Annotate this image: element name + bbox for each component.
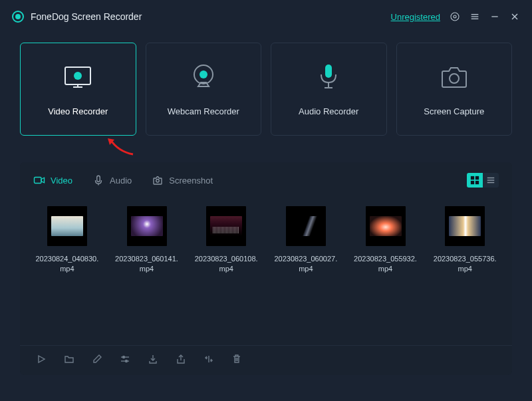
sliders-icon[interactable] xyxy=(120,354,130,364)
screen-capture-card[interactable]: Screen Capture xyxy=(396,43,513,136)
thumbnail-image xyxy=(131,216,163,236)
library-tabs-left: Video Audio Screenshot xyxy=(33,174,213,186)
recording-item[interactable]: 20230823_055736.mp4 xyxy=(431,206,499,345)
app-window: FoneDog Screen Recorder Unregistered xyxy=(0,0,532,401)
recording-item[interactable]: 20230823_060108.mp4 xyxy=(192,206,260,345)
video-recorder-card[interactable]: Video Recorder xyxy=(20,43,136,136)
svg-point-9 xyxy=(74,72,82,80)
svg-point-13 xyxy=(200,70,207,78)
thumbnail-grid: 20230824_040830.mp4 20230823_060141.mp4 … xyxy=(20,196,512,345)
recording-filename: 20230823_060108.mp4 xyxy=(193,254,259,275)
mode-label: Video Recorder xyxy=(48,106,108,116)
svg-rect-23 xyxy=(475,176,479,180)
tab-label: Screenshot xyxy=(169,176,213,186)
svg-rect-25 xyxy=(475,181,479,184)
thumbnail-image xyxy=(290,216,322,236)
tab-screenshot[interactable]: Screenshot xyxy=(152,174,213,186)
recording-item[interactable]: 20230823_055932.mp4 xyxy=(352,206,420,345)
thumbnail-image xyxy=(51,216,83,236)
recording-item[interactable]: 20230823_060141.mp4 xyxy=(113,206,181,345)
tab-label: Audio xyxy=(110,176,132,186)
grid-view-button[interactable] xyxy=(467,173,483,188)
thumbnail-box xyxy=(286,206,326,246)
app-title: FoneDog Screen Recorder xyxy=(31,11,142,22)
convert-icon[interactable] xyxy=(203,354,214,364)
thumbnail-box xyxy=(206,206,246,246)
video-recorder-icon xyxy=(60,63,96,92)
mode-cards: Video Recorder Webcam Recorder xyxy=(0,33,532,142)
recording-filename: 20230823_060141.mp4 xyxy=(114,254,180,275)
library-tabs: Video Audio Screenshot xyxy=(20,162,512,196)
settings-icon[interactable] xyxy=(450,11,460,22)
titlebar: FoneDog Screen Recorder Unregistered xyxy=(0,0,532,33)
microphone-icon xyxy=(318,63,339,92)
share-icon[interactable] xyxy=(176,354,186,364)
svg-point-21 xyxy=(156,180,160,183)
thumbnail-box xyxy=(366,206,406,246)
delete-icon[interactable] xyxy=(231,354,242,364)
recording-filename: 20230823_060027.mp4 xyxy=(273,254,339,275)
svg-point-17 xyxy=(450,74,459,83)
webcam-icon xyxy=(189,63,218,92)
mode-label: Audio Recorder xyxy=(299,106,358,116)
thumbnail-image xyxy=(210,216,242,236)
thumbnail-box xyxy=(445,206,485,246)
mode-label: Webcam Recorder xyxy=(168,106,239,116)
thumbnail-box xyxy=(127,206,167,246)
thumbnail-image xyxy=(370,216,402,236)
svg-rect-14 xyxy=(325,65,332,78)
svg-rect-19 xyxy=(97,176,100,182)
camera-icon xyxy=(438,63,470,92)
recording-filename: 20230823_055736.mp4 xyxy=(432,254,498,275)
tab-label: Video xyxy=(51,176,72,186)
play-icon[interactable] xyxy=(36,354,47,364)
download-icon[interactable] xyxy=(148,354,158,364)
logo-icon xyxy=(12,11,24,23)
folder-icon[interactable] xyxy=(64,354,74,364)
tab-video[interactable]: Video xyxy=(33,174,72,186)
recording-item[interactable]: 20230824_040830.mp4 xyxy=(33,206,101,345)
recording-item[interactable]: 20230823_060027.mp4 xyxy=(272,206,340,345)
mode-label: Screen Capture xyxy=(424,106,484,116)
menu-icon[interactable] xyxy=(469,11,480,22)
svg-rect-24 xyxy=(471,181,474,184)
registration-link[interactable]: Unregistered xyxy=(391,12,440,22)
recording-filename: 20230823_055932.mp4 xyxy=(352,254,419,275)
close-button[interactable] xyxy=(509,11,520,22)
library-toolbar xyxy=(20,345,512,364)
list-view-button[interactable] xyxy=(483,173,499,188)
library-panel: Video Audio Screenshot xyxy=(20,162,512,375)
edit-icon[interactable] xyxy=(92,354,102,364)
svg-point-31 xyxy=(123,356,125,358)
tab-audio[interactable]: Audio xyxy=(92,174,132,186)
header-actions: Unregistered xyxy=(391,11,520,22)
svg-rect-18 xyxy=(35,178,42,184)
audio-recorder-card[interactable]: Audio Recorder xyxy=(271,43,387,136)
thumbnail-image xyxy=(449,216,481,236)
brand: FoneDog Screen Recorder xyxy=(12,11,142,23)
view-toggle xyxy=(467,173,499,188)
webcam-recorder-card[interactable]: Webcam Recorder xyxy=(146,43,262,136)
svg-rect-22 xyxy=(471,176,474,180)
svg-point-0 xyxy=(451,13,459,21)
svg-point-32 xyxy=(126,360,128,362)
thumbnail-box xyxy=(47,206,87,246)
svg-point-1 xyxy=(454,15,456,18)
minimize-button[interactable] xyxy=(489,11,500,22)
recording-filename: 20230824_040830.mp4 xyxy=(34,254,100,275)
